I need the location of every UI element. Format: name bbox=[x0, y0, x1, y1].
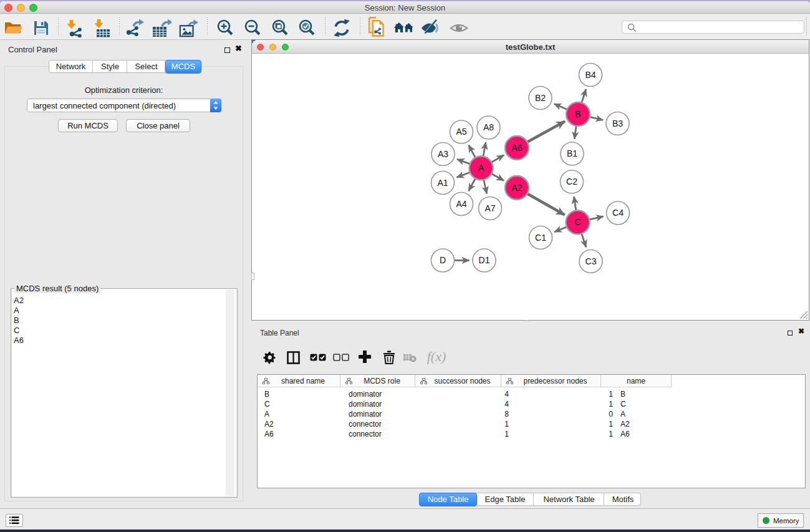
svg-text:C4: C4 bbox=[612, 208, 624, 218]
svg-text:C2: C2 bbox=[566, 177, 577, 186]
svg-text:A8: A8 bbox=[483, 122, 494, 132]
svg-text:A2: A2 bbox=[511, 183, 522, 193]
svg-text:C3: C3 bbox=[586, 256, 597, 266]
svg-text:B2: B2 bbox=[535, 93, 546, 103]
svg-text:A: A bbox=[478, 163, 485, 173]
svg-text:B3: B3 bbox=[612, 118, 623, 128]
svg-text:B4: B4 bbox=[585, 70, 595, 80]
svg-text:A4: A4 bbox=[456, 199, 466, 209]
svg-text:B: B bbox=[575, 109, 581, 119]
svg-text:A7: A7 bbox=[485, 203, 495, 213]
svg-text:D1: D1 bbox=[479, 255, 490, 265]
svg-text:C1: C1 bbox=[535, 233, 546, 243]
svg-text:A1: A1 bbox=[437, 178, 448, 188]
svg-text:A3: A3 bbox=[438, 149, 448, 159]
svg-text:D: D bbox=[440, 255, 446, 265]
svg-text:C: C bbox=[574, 217, 581, 227]
svg-text:A6: A6 bbox=[511, 143, 522, 153]
svg-text:A5: A5 bbox=[456, 127, 466, 137]
svg-text:B1: B1 bbox=[567, 148, 577, 158]
